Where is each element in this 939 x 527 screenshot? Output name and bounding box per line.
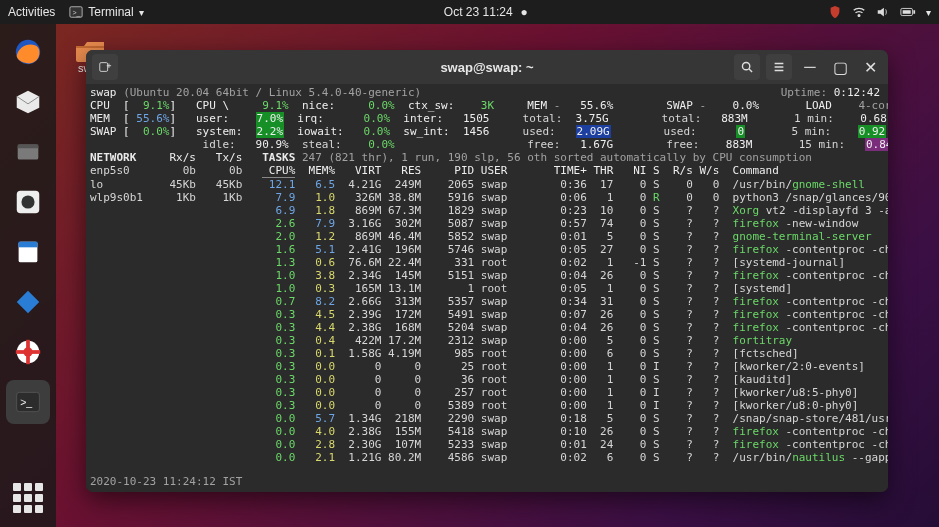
proc-row: 0.3 0.0 0 0 5389 root 0:00 1 0 I ? ? [kw… (88, 399, 886, 412)
swap-used: 0 (736, 125, 745, 138)
iowait-val: 0.0% (364, 125, 391, 138)
cpu-bar: 9.1% (262, 99, 289, 112)
proc-row: 0.7 8.2 2.66G 313M 5357 swap 0:34 31 0 S… (88, 295, 886, 308)
proc-row: 2.0 1.2 869M 46.4M 5852 swap 0:01 5 0 S … (88, 230, 886, 243)
terminal-icon: >_ (69, 5, 83, 19)
activities-button[interactable]: Activities (8, 5, 55, 19)
idle-val: 90.9% (256, 138, 289, 151)
dock-app[interactable] (6, 280, 50, 324)
inter-val: 1505 (463, 112, 490, 125)
mem-dash: - (554, 99, 561, 112)
svg-rect-5 (913, 10, 915, 14)
mem-val: 55.6% (136, 112, 169, 125)
cpu-pct: 9.1% (143, 99, 170, 112)
svg-point-2 (858, 15, 860, 17)
mem-pct: 55.6% (580, 99, 613, 112)
tx-hdr: Tx/s (216, 151, 243, 164)
network-header: NETWORK (90, 151, 136, 164)
dock: >_ (0, 24, 56, 527)
dock-mail[interactable] (6, 80, 50, 124)
timestamp-row: 2020-10-23 11:24:12 IST (88, 475, 242, 488)
topbar-clock[interactable]: Oct 23 11:24● (444, 5, 528, 19)
battery-icon[interactable] (900, 5, 916, 19)
proc-row: wlp9s0b1 1Kb 1Kb 7.9 1.0 326M 38.8M 5916… (88, 191, 886, 204)
hamburger-menu-button[interactable] (766, 54, 792, 80)
mem-total: 3.75G (576, 112, 609, 125)
ctx-val: 3K (481, 99, 494, 112)
tasks-label: TASKS (262, 151, 295, 164)
gnome-topbar: Activities >_ Terminal ▾ Oct 23 11:24● ▾ (0, 0, 939, 24)
dock-firefox[interactable] (6, 30, 50, 74)
rx-hdr: Rx/s (169, 151, 196, 164)
svg-rect-16 (16, 350, 40, 354)
app-menu[interactable]: >_ Terminal ▾ (69, 5, 143, 19)
svg-point-10 (21, 195, 34, 208)
irq-val: 0.0% (364, 112, 391, 125)
os-line: (Ubuntu 20.04 64bit / Linux 5.4.0-40-gen… (123, 86, 421, 99)
proc-row: 0.3 0.4 422M 17.2M 2312 swap 0:00 5 0 S … (88, 334, 886, 347)
titlebar: swap@swap: ~ ─ ▢ ✕ (86, 50, 888, 84)
search-button[interactable] (734, 54, 760, 80)
swap-free: 883M (726, 138, 753, 151)
load15-val: 0.84 (865, 138, 888, 151)
proc-row: 0.0 5.7 1.34G 218M 2290 swap 0:18 5 0 S … (88, 412, 886, 425)
app-menu-label: Terminal (88, 5, 133, 19)
proc-row: 0.3 0.0 0 0 257 root 0:00 1 0 I ? ? [kwo… (88, 386, 886, 399)
wifi-icon[interactable] (852, 5, 866, 19)
svg-text:>_: >_ (73, 9, 81, 17)
volume-icon[interactable] (876, 5, 890, 19)
dock-terminal[interactable]: >_ (6, 380, 50, 424)
system-menu-chevron-icon[interactable]: ▾ (926, 7, 931, 18)
dock-office[interactable] (6, 230, 50, 274)
close-button[interactable]: ✕ (858, 55, 882, 79)
dock-apps-grid[interactable] (0, 483, 56, 513)
proc-row: 0.3 4.4 2.38G 168M 5204 swap 0:04 26 0 S… (88, 321, 886, 334)
swint-val: 1456 (463, 125, 490, 138)
load5-val: 0.92 (858, 125, 887, 138)
swap-val: 0.0% (143, 125, 170, 138)
proc-row: 0.3 0.1 1.58G 4.19M 985 root 0:00 6 0 S … (88, 347, 886, 360)
load15-label: 15 min: (799, 138, 845, 151)
minimize-button[interactable]: ─ (798, 55, 822, 79)
proc-row: lo 45Kb 45Kb 12.1 6.5 4.21G 249M 2065 sw… (88, 178, 886, 191)
mem-free: 1.67G (580, 138, 613, 151)
uptime-value: 0:12:42 (834, 86, 880, 99)
terminal-window: swap@swap: ~ ─ ▢ ✕ swap (Ubuntu 20.04 64… (86, 50, 888, 492)
svg-point-20 (742, 62, 749, 69)
load-core: 4-core (858, 99, 888, 112)
dock-help[interactable] (6, 330, 50, 374)
maximize-button[interactable]: ▢ (828, 55, 852, 79)
new-tab-button[interactable] (92, 54, 118, 80)
nice-val: 0.0% (368, 99, 395, 112)
svg-rect-4 (903, 10, 911, 14)
mem-used: 2.09G (576, 125, 611, 138)
proc-row: 0.0 2.1 1.21G 80.2M 4586 swap 0:02 6 0 S… (88, 451, 886, 464)
uptime-label: Uptime: (781, 86, 827, 99)
network-rows: enp5s0 0b 0b CPU% MEM% VIRT RES PID USER… (88, 164, 886, 464)
dock-files[interactable] (6, 130, 50, 174)
proc-row: 2.6 7.9 3.16G 302M 5087 swap 0:57 74 0 S… (88, 217, 886, 230)
load5-label: 5 min: (791, 125, 831, 138)
proc-row: 0.3 0.0 0 0 36 root 0:00 1 0 S ? ? [kaud… (88, 373, 886, 386)
shield-icon[interactable] (828, 5, 842, 19)
swap-total: 883M (721, 112, 748, 125)
mem-label: MEM (527, 99, 547, 112)
dock-music[interactable] (6, 180, 50, 224)
proc-row: 6.9 1.8 869M 67.3M 1829 swap 0:23 10 0 S… (88, 204, 886, 217)
proc-row: 1.3 0.6 76.6M 22.4M 331 root 0:02 1 -1 S… (88, 256, 886, 269)
swap-label: SWAP (666, 99, 693, 112)
hostname: swap (90, 86, 117, 99)
svg-rect-8 (18, 145, 39, 149)
load1-label: 1 min: (794, 112, 834, 125)
terminal-content[interactable]: swap (Ubuntu 20.04 64bit / Linux 5.4.0-4… (86, 84, 888, 492)
proc-row: 1.6 5.1 2.41G 196M 5746 swap 0:05 27 0 S… (88, 243, 886, 256)
chevron-down-icon: ▾ (139, 7, 144, 18)
load1-val: 0.68 (860, 112, 887, 125)
footer-ts: 2020-10-23 11:24:12 IST (90, 475, 242, 488)
proc-row: 0.3 4.5 2.39G 172M 5491 swap 0:07 26 0 S… (88, 308, 886, 321)
svg-rect-19 (100, 63, 108, 72)
load-label: LOAD (805, 99, 832, 112)
proc-row: 1.0 3.8 2.34G 145M 5151 swap 0:04 26 0 S… (88, 269, 886, 282)
proc-row: 0.0 2.8 2.30G 107M 5233 swap 0:01 24 0 S… (88, 438, 886, 451)
svg-text:>_: >_ (20, 396, 32, 408)
